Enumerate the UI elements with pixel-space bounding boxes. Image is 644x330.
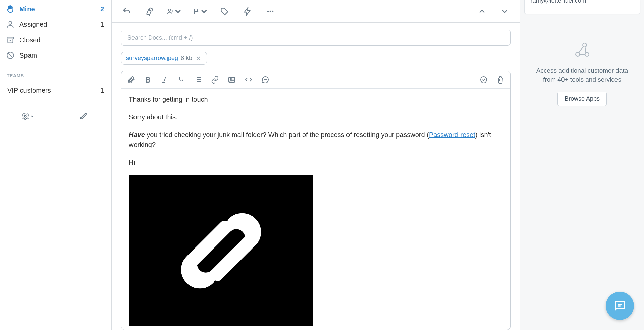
svg-point-5 — [267, 10, 269, 12]
underline-button[interactable] — [176, 75, 186, 85]
list-button[interactable] — [193, 75, 203, 85]
text-run: you tried checking your junk mail folder… — [145, 131, 429, 139]
sidebar-item-assigned[interactable]: Assigned 1 — [0, 17, 111, 32]
sidebar-footer — [0, 108, 111, 124]
help-fab[interactable] — [606, 292, 634, 320]
chat-icon — [613, 299, 627, 313]
svg-point-3 — [24, 115, 26, 117]
compose-area: surveysparrow.jpeg 8 kb ✕ — [112, 23, 520, 330]
attachment-chip[interactable]: surveysparrow.jpeg 8 kb ✕ — [121, 52, 207, 65]
editor: Thanks for getting in touch Sorry about … — [121, 71, 511, 330]
sidebar-item-spam[interactable]: Spam — [0, 48, 111, 63]
undo-button[interactable] — [121, 6, 132, 17]
check-button[interactable] — [479, 75, 489, 85]
sidebar-item-label: Assigned — [19, 21, 47, 29]
svg-rect-1 — [7, 37, 14, 39]
svg-point-11 — [265, 79, 266, 80]
svg-point-7 — [272, 10, 274, 12]
paragraph: Have you tried checking your junk mail f… — [129, 130, 503, 150]
sidebar-item-label: VIP customers — [7, 87, 51, 94]
attachment-size: 8 kb — [181, 55, 192, 62]
teams-list: VIP customers 1 — [0, 82, 111, 99]
image-button[interactable] — [227, 75, 237, 85]
right-panel: ramy@letterfuel.com Access additional cu… — [520, 0, 644, 330]
conversation-panel: surveysparrow.jpeg 8 kb ✕ — [112, 0, 520, 330]
archive-icon — [6, 36, 15, 44]
next-conversation-button[interactable] — [499, 6, 511, 17]
hand-icon — [6, 5, 15, 13]
apps-promo: Access additional customer data from 40+… — [520, 40, 644, 106]
clean-button[interactable] — [144, 6, 155, 17]
italic-button[interactable] — [160, 75, 170, 85]
svg-point-14 — [576, 52, 580, 56]
customer-email: ramy@letterfuel.com — [531, 0, 586, 4]
sidebar-item-label: Closed — [19, 36, 40, 44]
bold-button[interactable] — [143, 75, 153, 85]
teams-heading: TEAMS — [0, 64, 111, 82]
paragraph: Hi — [129, 158, 503, 167]
remove-attachment-icon[interactable]: ✕ — [195, 55, 202, 62]
conversation-toolbar — [112, 0, 520, 23]
status-button[interactable] — [193, 6, 208, 17]
svg-point-9 — [230, 78, 231, 80]
search-docs-input[interactable] — [121, 30, 511, 46]
tag-button[interactable] — [219, 6, 230, 17]
embedded-image — [129, 175, 313, 326]
sidebar-item-vip-customers[interactable]: VIP customers 1 — [0, 83, 111, 98]
quote-button[interactable] — [260, 75, 270, 85]
sidebar-item-count: 2 — [100, 5, 104, 13]
sidebar-item-label: Mine — [19, 5, 35, 13]
assign-button[interactable] — [167, 6, 181, 17]
password-reset-link[interactable]: Password reset — [429, 131, 475, 139]
sidebar-item-mine[interactable]: Mine 2 — [0, 1, 111, 17]
attach-button[interactable] — [126, 75, 136, 85]
sidebar-item-closed[interactable]: Closed — [0, 32, 111, 48]
editor-toolbar — [121, 71, 510, 89]
attachment-row: surveysparrow.jpeg 8 kb ✕ — [121, 52, 511, 65]
svg-point-13 — [481, 77, 487, 83]
svg-point-0 — [9, 21, 12, 24]
prev-conversation-button[interactable] — [476, 6, 488, 17]
svg-point-10 — [264, 79, 265, 80]
squarespace-logo-icon — [164, 194, 278, 308]
trash-button[interactable] — [495, 75, 505, 85]
customer-card[interactable]: ramy@letterfuel.com — [524, 0, 640, 14]
more-button[interactable] — [265, 6, 276, 17]
svg-point-4 — [168, 9, 171, 11]
sidebar-item-count: 1 — [100, 21, 104, 29]
compose-button[interactable] — [56, 108, 112, 124]
network-icon — [573, 40, 592, 60]
sidebar-item-label: Spam — [19, 52, 37, 59]
sidebar: Mine 2 Assigned 1 Closed Spam TEAMS — [0, 0, 112, 330]
sidebar-item-count: 1 — [100, 87, 104, 94]
svg-point-6 — [270, 10, 271, 12]
svg-point-15 — [585, 52, 589, 56]
bold-text: Have — [129, 131, 145, 139]
settings-button[interactable] — [0, 108, 56, 124]
apps-promo-text: Access additional customer data from 40+… — [534, 66, 631, 84]
workflow-button[interactable] — [242, 6, 253, 17]
code-button[interactable] — [244, 75, 254, 85]
block-icon — [6, 51, 15, 60]
attachment-name: surveysparrow.jpeg — [126, 55, 178, 62]
link-button[interactable] — [210, 75, 220, 85]
browse-apps-button[interactable]: Browse Apps — [557, 92, 607, 106]
paragraph: Sorry about this. — [129, 112, 503, 122]
user-icon — [6, 20, 15, 29]
editor-body[interactable]: Thanks for getting in touch Sorry about … — [121, 89, 510, 330]
svg-point-12 — [266, 79, 267, 80]
paragraph: Thanks for getting in touch — [129, 95, 503, 104]
sidebar-nav: Mine 2 Assigned 1 Closed Spam — [0, 0, 111, 64]
